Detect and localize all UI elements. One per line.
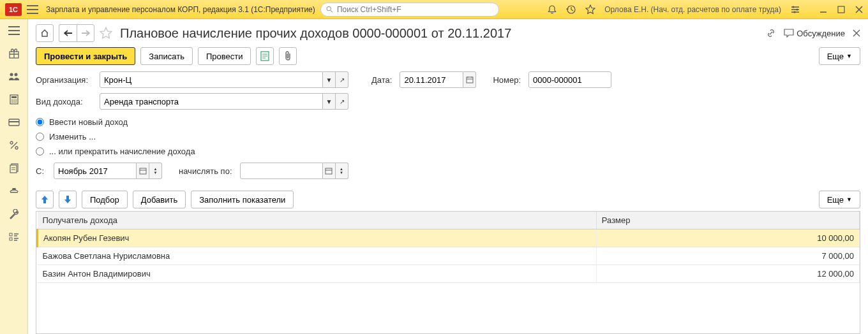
org-input[interactable]: [100, 71, 323, 88]
svg-point-3: [793, 6, 795, 8]
svg-rect-27: [12, 188, 16, 190]
svg-line-23: [11, 142, 17, 149]
cell-amount[interactable]: 7 000,00: [596, 247, 859, 265]
move-up-button[interactable]: [36, 191, 54, 208]
save-button[interactable]: Записать: [140, 47, 193, 65]
report-button[interactable]: [256, 47, 274, 65]
col-amount[interactable]: Размер: [596, 212, 859, 229]
date-input[interactable]: [400, 71, 463, 88]
app-title: Зарплата и управление персоналом КОРП, р…: [46, 5, 315, 14]
col-recipient[interactable]: Получатель дохода: [38, 212, 597, 229]
favorite-star-icon[interactable]: [100, 27, 112, 40]
sidebar-menu-icon[interactable]: [8, 24, 20, 37]
income-type-open-icon[interactable]: ↗: [336, 93, 348, 110]
accrue-to-input[interactable]: [240, 163, 323, 179]
table-row[interactable]: Бажова Светлана Нурисламовна7 000,00: [38, 247, 860, 265]
chat-icon: [784, 29, 794, 38]
radio-stop-income[interactable]: ... или прекратить начисление дохода: [36, 144, 860, 159]
svg-rect-33: [326, 168, 332, 174]
attachment-button[interactable]: [279, 47, 297, 65]
date-input-combo[interactable]: [400, 71, 476, 88]
post-button[interactable]: Провести: [198, 47, 251, 65]
discussion-button[interactable]: Обсуждение: [784, 29, 845, 38]
history-icon[interactable]: [566, 4, 576, 15]
income-type-combo[interactable]: ▼ ↗: [100, 93, 348, 110]
date-calendar-icon[interactable]: [463, 71, 476, 88]
search-input[interactable]: [337, 5, 493, 14]
app-topbar: 1C Зарплата и управление персоналом КОРП…: [0, 0, 868, 19]
svg-rect-26: [10, 192, 18, 193]
move-down-button[interactable]: [59, 191, 77, 208]
toolbar-more-button[interactable]: Еще ▼: [819, 47, 860, 65]
minimize-icon[interactable]: [819, 6, 827, 13]
recipients-table: Получатель дохода Размер Акопян Рубен Ге…: [36, 211, 860, 334]
link-icon[interactable]: [766, 28, 776, 38]
svg-rect-31: [467, 77, 473, 83]
date-label: Дата:: [371, 75, 392, 85]
svg-point-17: [13, 101, 15, 103]
sidebar-percent-icon[interactable]: [8, 139, 20, 152]
star-icon[interactable]: [585, 4, 595, 15]
user-name[interactable]: Орлова Е.Н. (Нач. отд. расчетов по оплат…: [604, 5, 781, 14]
search-icon: [326, 6, 333, 13]
number-input[interactable]: [528, 71, 611, 88]
income-type-dropdown-icon[interactable]: ▼: [323, 93, 336, 110]
global-search[interactable]: [320, 3, 499, 17]
sidebar-calculator-icon[interactable]: [8, 93, 20, 106]
svg-point-4: [797, 8, 798, 10]
accrue-to-spinner-icon[interactable]: ▲▼: [336, 163, 348, 179]
nav-forward-button[interactable]: [77, 24, 94, 42]
org-open-icon[interactable]: ↗: [336, 71, 348, 88]
bell-icon[interactable]: [547, 4, 557, 15]
radio-new-income[interactable]: Ввести новый доход: [36, 115, 860, 129]
post-and-close-button[interactable]: Провести и закрыть: [36, 47, 135, 65]
table-more-button[interactable]: Еще ▼: [819, 191, 860, 208]
accrue-to-combo[interactable]: ▲▼: [240, 163, 348, 179]
org-input-combo[interactable]: ▼ ↗: [100, 71, 348, 88]
add-button[interactable]: Добавить: [133, 191, 186, 208]
svg-point-22: [15, 147, 18, 149]
main-menu-icon[interactable]: [27, 5, 38, 14]
accrue-to-calendar-icon[interactable]: [323, 163, 336, 179]
cell-recipient[interactable]: Акопян Рубен Гезевич: [38, 229, 597, 247]
sidebar-docs-icon[interactable]: [8, 162, 20, 175]
table-row[interactable]: Базин Антон Владимирович12 000,00: [38, 265, 860, 283]
home-button[interactable]: [36, 24, 54, 42]
from-date-input[interactable]: [54, 163, 137, 179]
svg-rect-32: [140, 168, 146, 174]
settings-lines-icon[interactable]: [790, 4, 800, 15]
svg-point-15: [15, 99, 17, 101]
svg-point-10: [14, 73, 17, 76]
radio-change-income[interactable]: Изменить ...: [36, 129, 860, 144]
cell-recipient[interactable]: Базин Антон Владимирович: [38, 265, 597, 283]
pick-button[interactable]: Подбор: [82, 191, 128, 208]
close-doc-icon[interactable]: [853, 29, 860, 37]
sidebar-list-icon[interactable]: [8, 231, 20, 243]
svg-point-5: [794, 11, 796, 13]
svg-rect-7: [838, 6, 844, 13]
from-spinner-icon[interactable]: ▲▼: [149, 163, 162, 179]
sidebar-safety-icon[interactable]: [8, 185, 20, 198]
org-label: Организация:: [36, 75, 94, 85]
from-calendar-icon[interactable]: [137, 163, 149, 179]
table-row[interactable]: Акопян Рубен Гезевич10 000,00: [38, 229, 860, 247]
org-dropdown-icon[interactable]: ▼: [323, 71, 336, 88]
income-type-input[interactable]: [100, 93, 323, 110]
nav-back-button[interactable]: [59, 24, 77, 42]
svg-point-16: [11, 101, 13, 103]
sidebar-card-icon[interactable]: [8, 116, 20, 129]
cell-amount[interactable]: 10 000,00: [596, 229, 859, 247]
accrue-to-label: начислять по:: [179, 166, 232, 176]
sidebar-people-icon[interactable]: [8, 70, 20, 83]
close-icon[interactable]: [855, 6, 863, 13]
sidebar-wrench-icon[interactable]: [8, 208, 20, 221]
from-date-combo[interactable]: ▲▼: [54, 163, 162, 179]
cell-recipient[interactable]: Бажова Светлана Нурисламовна: [38, 247, 597, 265]
maximize-icon[interactable]: [837, 6, 845, 13]
svg-point-9: [10, 73, 13, 76]
left-sidebar: [0, 19, 28, 334]
cell-amount[interactable]: 12 000,00: [596, 265, 859, 283]
sidebar-gift-icon[interactable]: [8, 47, 20, 60]
fill-indicators-button[interactable]: Заполнить показатели: [191, 191, 294, 208]
svg-line-1: [331, 10, 333, 12]
